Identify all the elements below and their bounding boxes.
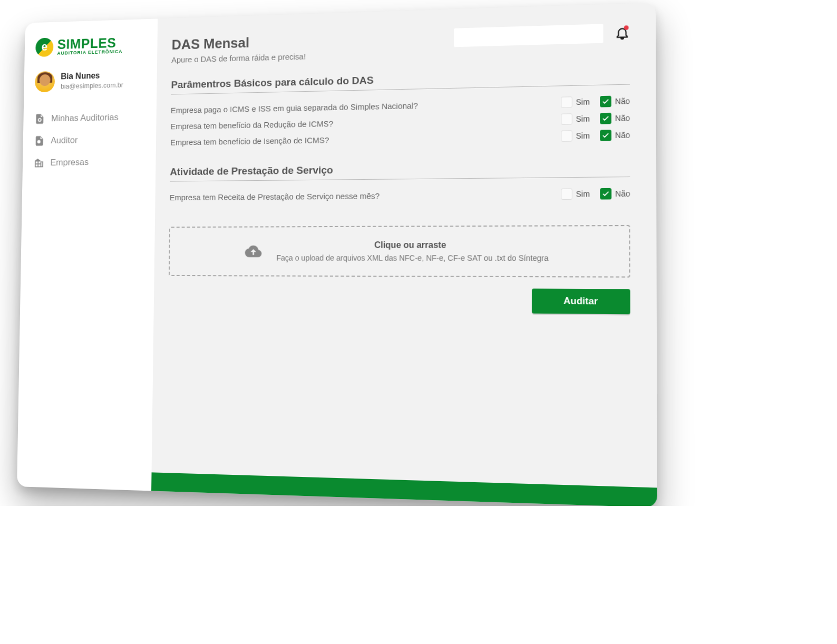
question-text: Empresa paga o ICMS e ISS em guia separa… (171, 101, 418, 115)
sidebar: SIMPLES AUDITORIA ELETRÔNICA Bia Nunes b… (17, 18, 158, 491)
main-content: DAS Mensal Apure o DAS de forma ráida e … (151, 3, 657, 506)
sidebar-item-label: Minhas Auditorias (51, 112, 119, 124)
sidebar-item-auditor[interactable]: Auditor (34, 128, 145, 152)
dropzone-title: Clique ou arraste (277, 240, 549, 250)
option-label: Não (615, 189, 630, 198)
search-input[interactable] (454, 24, 603, 47)
question-text: Empresa tem benefício da Redução de ICMS… (171, 119, 334, 131)
search-document-icon (34, 135, 45, 147)
question-text: Empresa tem benefício de Isenção de ICMS… (170, 135, 329, 147)
brand-logo: SIMPLES AUDITORIA ELETRÔNICA (35, 35, 146, 57)
auditar-button[interactable]: Auditar (531, 289, 630, 315)
footer-bar (151, 472, 657, 506)
checkbox-sim[interactable] (561, 130, 572, 142)
option-label: Sim (576, 114, 590, 124)
checkbox-sim[interactable] (561, 96, 572, 108)
question-text: Empresa tem Receita de Prestação de Serv… (170, 191, 380, 202)
dropzone-subtitle: Faça o upload de arquivos XML das NFC-e,… (276, 253, 548, 262)
option-label: Sim (576, 131, 590, 141)
option-label: Sim (576, 189, 590, 198)
option-label: Não (615, 131, 630, 140)
user-block[interactable]: Bia Nunes bia@esimples.com.br (35, 69, 146, 92)
checkbox-nao[interactable] (600, 96, 611, 108)
app-window: SIMPLES AUDITORIA ELETRÔNICA Bia Nunes b… (17, 3, 657, 506)
document-icon (34, 113, 45, 125)
sidebar-item-auditorias[interactable]: Minhas Auditorias (34, 106, 145, 130)
question-row: Empresa tem Receita de Prestação de Serv… (170, 185, 630, 205)
avatar (35, 71, 55, 93)
checkbox-sim[interactable] (561, 188, 572, 200)
notifications-button[interactable] (615, 25, 630, 41)
logo-mark-icon (35, 37, 53, 57)
page-title: DAS Mensal (171, 33, 306, 53)
building-icon (33, 157, 44, 169)
sidebar-item-label: Auditor (51, 135, 77, 146)
option-label: Não (615, 113, 630, 123)
sidebar-item-empresas[interactable]: Empresas (33, 150, 144, 174)
checkbox-sim[interactable] (561, 113, 572, 125)
file-dropzone[interactable]: Clique ou arraste Faça o upload de arqui… (169, 225, 630, 278)
page-subtitle: Apure o DAS de forma ráida e precisa! (171, 52, 306, 64)
sidebar-item-label: Empresas (50, 157, 89, 168)
checkbox-nao[interactable] (600, 188, 612, 200)
option-label: Não (615, 96, 630, 106)
user-name: Bia Nunes (61, 70, 123, 83)
cloud-upload-icon (242, 242, 264, 260)
option-label: Sim (576, 97, 590, 107)
checkbox-nao[interactable] (600, 130, 612, 141)
section-title-basic: Parâmentros Básicos para cálculo do DAS (171, 68, 630, 94)
user-email: bia@esimples.com.br (61, 81, 123, 91)
brand-tagline: AUDITORIA ELETRÔNICA (57, 50, 122, 56)
checkbox-nao[interactable] (600, 113, 611, 124)
